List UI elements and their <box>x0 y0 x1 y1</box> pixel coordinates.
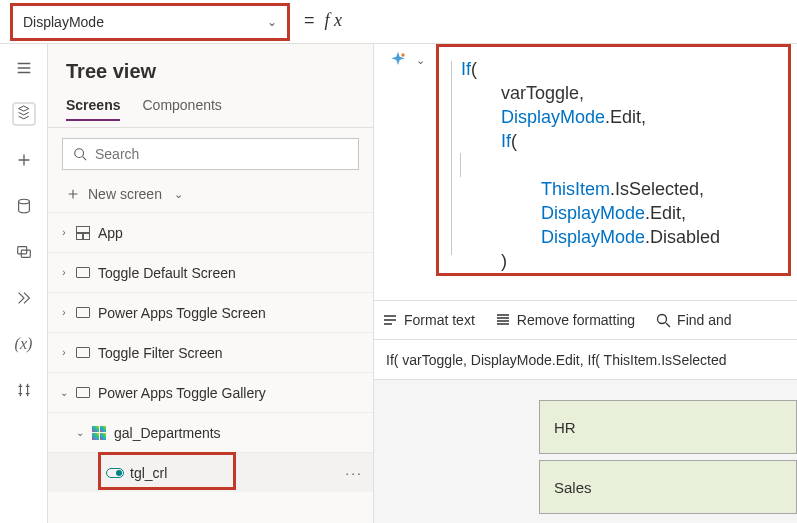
remove-formatting-button[interactable]: Remove formatting <box>495 312 635 328</box>
left-rail: (x) <box>0 44 48 523</box>
search-icon <box>655 312 671 328</box>
svg-point-4 <box>401 53 404 56</box>
tab-components[interactable]: Components <box>142 97 221 121</box>
media-icon[interactable] <box>14 242 34 262</box>
screen-icon <box>74 347 92 358</box>
tree-item-powerapps-gallery[interactable]: ⌄ Power Apps Toggle Gallery <box>48 372 373 412</box>
plus-icon <box>66 187 80 201</box>
expand-icon[interactable]: › <box>56 307 72 318</box>
chevron-down-icon: ⌄ <box>267 15 277 29</box>
collapse-icon[interactable]: ⌄ <box>72 427 88 438</box>
canvas[interactable]: HR Sales <box>374 380 797 523</box>
format-text-button[interactable]: Format text <box>382 312 475 328</box>
formula-oneliner[interactable]: If( varToggle, DisplayMode.Edit, If( Thi… <box>374 344 797 380</box>
search-field[interactable] <box>95 146 348 162</box>
app-icon <box>74 226 92 240</box>
chevron-down-icon[interactable]: ⌄ <box>416 54 425 67</box>
more-icon[interactable]: ··· <box>345 465 363 481</box>
remove-format-icon <box>495 312 511 328</box>
screen-icon <box>74 387 92 398</box>
tree-item-powerapps-toggle[interactable]: › Power Apps Toggle Screen <box>48 292 373 332</box>
new-screen-button[interactable]: New screen ⌄ <box>48 180 373 212</box>
formula-area: ⌄ If( varToggle, DisplayMode.Edit, If( T… <box>374 44 797 523</box>
gallery-row-sales[interactable]: Sales <box>539 460 797 514</box>
tree-item-app[interactable]: › App <box>48 212 373 252</box>
toggle-icon <box>106 468 124 478</box>
copilot-icon[interactable] <box>388 50 408 70</box>
data-icon[interactable] <box>14 196 34 216</box>
search-icon <box>73 147 87 161</box>
gallery-preview: HR Sales <box>539 400 797 520</box>
expand-icon[interactable]: › <box>56 347 72 358</box>
formula-toolbar: Format text Remove formatting Find and <box>374 300 797 340</box>
formula-editor[interactable]: If( varToggle, DisplayMode.Edit, If( Thi… <box>436 44 791 276</box>
expand-icon[interactable]: › <box>56 227 72 238</box>
power-automate-icon[interactable] <box>14 288 34 308</box>
tab-screens[interactable]: Screens <box>66 97 120 121</box>
svg-point-5 <box>658 315 667 324</box>
screen-icon <box>74 267 92 278</box>
hamburger-icon[interactable] <box>14 58 34 78</box>
tree-tabs: Screens Components <box>48 97 373 128</box>
tree-view-pane: Tree view Screens Components New screen … <box>48 44 374 523</box>
tree-view-icon[interactable] <box>14 104 34 124</box>
new-screen-label: New screen <box>88 186 162 202</box>
svg-point-0 <box>18 199 29 204</box>
tree-item-tgl-crl[interactable]: tgl_crl ··· <box>48 452 373 492</box>
property-dropdown[interactable]: DisplayMode ⌄ <box>10 3 290 41</box>
chevron-down-icon: ⌄ <box>174 188 183 201</box>
variables-icon[interactable]: (x) <box>14 334 34 354</box>
insert-icon[interactable] <box>14 150 34 170</box>
gallery-icon <box>90 426 108 440</box>
tree-item-gal-departments[interactable]: ⌄ gal_Departments <box>48 412 373 452</box>
tree-item-toggle-default[interactable]: › Toggle Default Screen <box>48 252 373 292</box>
expand-icon[interactable]: › <box>56 267 72 278</box>
svg-point-3 <box>75 149 84 158</box>
property-dropdown-label: DisplayMode <box>23 14 104 30</box>
equals-label: = <box>304 10 315 31</box>
format-icon <box>382 312 398 328</box>
fx-label: f x <box>325 10 343 31</box>
collapse-icon[interactable]: ⌄ <box>56 387 72 398</box>
gallery-row-hr[interactable]: HR <box>539 400 797 454</box>
tree-list: › App › Toggle Default Screen › Power Ap… <box>48 212 373 492</box>
tools-icon[interactable] <box>14 380 34 400</box>
screen-icon <box>74 307 92 318</box>
search-input[interactable] <box>62 138 359 170</box>
tree-item-toggle-filter[interactable]: › Toggle Filter Screen <box>48 332 373 372</box>
find-button[interactable]: Find and <box>655 312 731 328</box>
tree-view-title: Tree view <box>48 56 373 97</box>
